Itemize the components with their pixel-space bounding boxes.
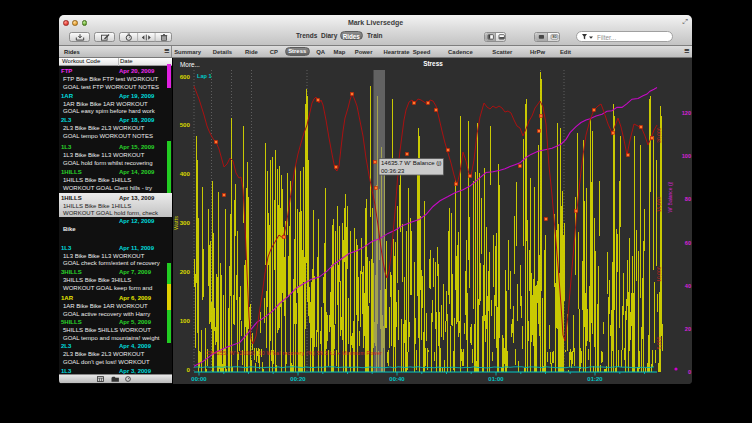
svg-text:5,000: 5,000 — [656, 337, 662, 350]
svg-text:W' Balance (j): W' Balance (j) — [667, 181, 673, 212]
svg-text:120: 120 — [682, 110, 691, 116]
svg-text:10,000: 10,000 — [656, 266, 662, 282]
svg-text:CP=255, W'=20000, 10 W'bal rec: CP=255, W'=20000, 10 W'bal recovery (%) … — [206, 350, 382, 356]
svg-text:100: 100 — [180, 317, 191, 324]
svg-text:400: 400 — [180, 170, 191, 177]
svg-text:500: 500 — [180, 121, 191, 128]
svg-text:15,000: 15,000 — [656, 197, 662, 213]
svg-text:01:20: 01:20 — [587, 376, 603, 382]
svg-text:00:36:23: 00:36:23 — [381, 168, 405, 174]
svg-text:00:40: 00:40 — [389, 376, 405, 382]
svg-text:100: 100 — [682, 153, 691, 159]
svg-text:0: 0 — [187, 366, 191, 373]
svg-text:300: 300 — [180, 219, 191, 226]
svg-text:80: 80 — [685, 196, 691, 202]
svg-text:01:00: 01:00 — [488, 376, 504, 382]
svg-text:60: 60 — [685, 240, 691, 246]
svg-text:Lap 1: Lap 1 — [197, 73, 212, 79]
svg-text:Watts: Watts — [173, 216, 179, 230]
svg-text:200: 200 — [180, 268, 191, 275]
svg-text:0: 0 — [688, 369, 691, 375]
svg-text:600: 600 — [180, 73, 191, 80]
svg-text:00:20: 00:20 — [290, 376, 306, 382]
svg-text:40: 40 — [685, 283, 691, 289]
svg-text:20: 20 — [685, 326, 691, 332]
svg-text:00:00: 00:00 — [191, 376, 207, 382]
svg-text:14635.7 W' Balance (j): 14635.7 W' Balance (j) — [381, 160, 442, 166]
svg-text:20,000: 20,000 — [656, 127, 662, 143]
